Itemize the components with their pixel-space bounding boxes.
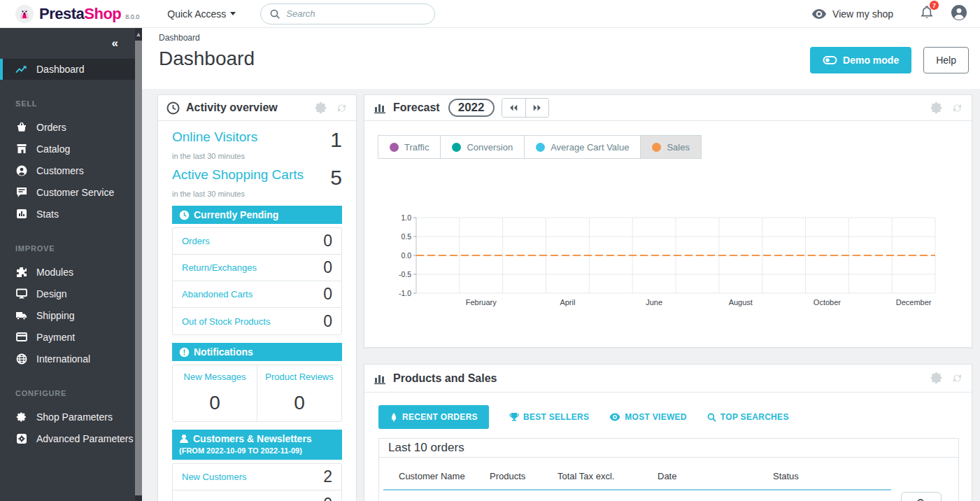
svg-text:August: August — [729, 298, 753, 306]
svg-text:February: February — [466, 298, 497, 306]
sidebar-item-shop-parameters[interactable]: Shop Parameters — [0, 406, 135, 428]
sidebar-item-advanced-parameters[interactable]: Advanced Parameters — [0, 428, 135, 449]
tab-label: Sales — [667, 142, 690, 153]
quick-access-menu[interactable]: Quick Access — [167, 8, 236, 20]
sidebar-section-sell: SELL — [0, 99, 135, 108]
forecast-year: 2022 — [448, 99, 495, 117]
panel-title: Products and Sales — [393, 372, 497, 385]
sidebar-item-label: Shop Parameters — [36, 411, 113, 423]
scrollbar-down-button[interactable] — [135, 495, 142, 501]
sidebar-item-catalog[interactable]: Catalog — [0, 138, 135, 160]
notifications-button[interactable]: 7 — [920, 5, 934, 22]
scrollbar-up-button[interactable]: ▲ — [135, 28, 142, 41]
breadcrumb[interactable]: Dashboard — [159, 33, 200, 43]
returns-link[interactable]: Return/Exchanges — [182, 262, 257, 273]
chat-icon — [15, 187, 27, 197]
clock-icon — [166, 101, 180, 115]
abandoned-carts-link[interactable]: Abandoned Carts — [182, 289, 253, 299]
view-my-shop-link[interactable]: View my shop — [811, 8, 893, 20]
sidebar-item-customer-service[interactable]: Customer Service — [0, 181, 135, 203]
column-total-tax-excl: Total Tax excl. — [558, 471, 658, 481]
svg-text:April: April — [560, 298, 575, 306]
sidebar-item-shipping[interactable]: Shipping — [0, 304, 135, 326]
toggle-icon — [823, 54, 837, 66]
tab-average-cart-value[interactable]: Average Cart Value — [524, 135, 641, 159]
new-messages-count: 0 — [173, 392, 257, 414]
tab-recent-orders[interactable]: RECENT ORDERS — [378, 405, 489, 429]
sidebar-item-label: Stats — [36, 209, 59, 220]
scrollbar-thumb[interactable] — [135, 41, 142, 495]
tab-sales[interactable]: Sales — [640, 135, 702, 159]
sidebar-item-orders[interactable]: Orders — [0, 116, 135, 138]
banner-title: Currently Pending — [194, 209, 278, 220]
sidebar: « Dashboard SELL Orders Catalog Custo — [0, 28, 142, 501]
next-year-button[interactable] — [525, 99, 548, 117]
tab-label: Average Cart Value — [551, 142, 629, 153]
sidebar-item-customers[interactable]: Customers — [0, 160, 135, 181]
eye-icon — [811, 8, 827, 20]
monitor-icon — [15, 288, 27, 299]
sidebar-collapse-button[interactable]: « — [112, 36, 118, 50]
new-customers-link[interactable]: New Customers — [182, 472, 246, 482]
sidebar-item-payment[interactable]: Payment — [0, 326, 135, 348]
tab-best-sellers[interactable]: BEST SELLERS — [509, 412, 589, 422]
list-item: New Customers 2 — [173, 464, 341, 491]
product-reviews-link[interactable]: Product Reviews — [257, 372, 341, 382]
pending-list: Orders 0 Return/Exchanges 0 Abandoned Ca… — [172, 227, 342, 335]
new-messages-link[interactable]: New Messages — [173, 372, 257, 382]
table-row — [379, 491, 958, 501]
orders-link[interactable]: Orders — [182, 236, 210, 246]
sidebar-item-modules[interactable]: Modules — [0, 261, 135, 283]
search-icon — [916, 498, 926, 501]
tab-conversion[interactable]: Conversion — [440, 135, 525, 159]
new-subscriptions-link[interactable]: New Subscriptions — [182, 499, 257, 501]
svg-text:-1.0: -1.0 — [399, 289, 411, 297]
order-details-button[interactable] — [901, 492, 942, 501]
prestashop-logo[interactable]: PrestaShop 8.0.0 — [15, 5, 139, 23]
gear-icon[interactable] — [931, 372, 943, 384]
out-of-stock-link[interactable]: Out of Stock Products — [182, 316, 270, 327]
gear-icon[interactable] — [931, 102, 943, 114]
page-header: Dashboard Dashboard Demo mode Help — [142, 28, 980, 89]
tab-top-searches[interactable]: TOP SEARCHES — [707, 412, 789, 422]
list-item: Return/Exchanges 0 — [173, 255, 341, 281]
version-label: 8.0.0 — [125, 13, 139, 20]
user-avatar[interactable] — [951, 4, 967, 24]
svg-text:June: June — [646, 298, 662, 306]
refresh-icon[interactable] — [336, 102, 348, 114]
active-carts-link[interactable]: Active Shopping Carts — [172, 167, 304, 183]
sidebar-item-dashboard[interactable]: Dashboard — [0, 59, 135, 80]
online-visitors-link[interactable]: Online Visitors — [172, 129, 257, 145]
sidebar-item-stats[interactable]: Stats — [0, 203, 135, 225]
global-search[interactable] — [260, 3, 435, 24]
help-button[interactable]: Help — [923, 47, 969, 73]
topbar: PrestaShop 8.0.0 Quick Access View my sh… — [0, 0, 980, 28]
sidebar-scrollbar[interactable]: ▲ — [135, 28, 142, 501]
tab-traffic[interactable]: Traffic — [378, 135, 441, 159]
sidebar-item-international[interactable]: International — [0, 348, 135, 369]
new-subscriptions-count: 0 — [323, 495, 332, 501]
settings-square-icon — [15, 433, 27, 444]
new-customers-count: 2 — [323, 467, 332, 486]
view-my-shop-label: View my shop — [832, 8, 893, 20]
clock-icon — [179, 210, 190, 220]
search-icon — [269, 8, 280, 20]
pen-icon — [390, 412, 398, 422]
forecast-metric-tabs: Traffic Conversion Average Cart Value Sa… — [378, 135, 702, 159]
tab-label: MOST VIEWED — [625, 412, 687, 422]
sidebar-item-label: Customer Service — [36, 187, 114, 198]
sidebar-item-design[interactable]: Design — [0, 283, 135, 304]
tab-most-viewed[interactable]: MOST VIEWED — [609, 412, 687, 422]
sidebar-item-label: International — [36, 353, 90, 365]
previous-year-button[interactable] — [502, 99, 525, 117]
new-messages-cell: New Messages 0 — [173, 365, 257, 421]
search-input[interactable] — [286, 8, 412, 19]
person-icon — [15, 165, 27, 176]
out-of-stock-count: 0 — [323, 312, 332, 331]
refresh-icon[interactable] — [951, 372, 963, 384]
demo-mode-button[interactable]: Demo mode — [810, 47, 911, 73]
brand-wordmark: PrestaShop — [39, 5, 121, 23]
customers-newsletters-banner: Customers & Newsletters (FROM 2022-10-09… — [172, 430, 342, 460]
refresh-icon[interactable] — [951, 102, 963, 114]
gear-icon[interactable] — [315, 102, 327, 114]
